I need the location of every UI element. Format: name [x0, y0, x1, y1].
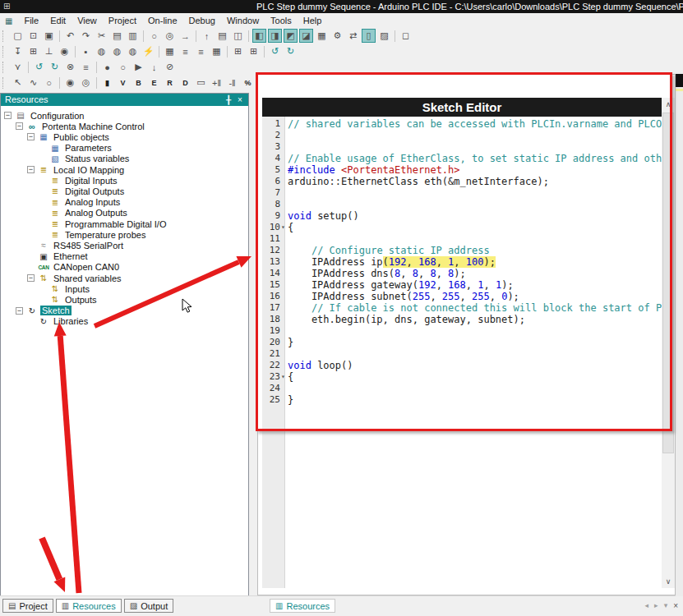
navigate-forward-button[interactable]: ↻	[284, 44, 298, 58]
toolbar-drag-handle[interactable]	[2, 77, 7, 89]
abort-button[interactable]: ⊗	[63, 60, 77, 74]
record-button[interactable]: ●	[100, 60, 114, 74]
scrollbar-thumb[interactable]	[662, 113, 674, 453]
tree-item-portenta-machine-control[interactable]: −∞Portenta Machine Control	[16, 121, 146, 131]
fold-marker-icon[interactable]: ▾	[281, 371, 285, 383]
table-view-button[interactable]: ▦	[210, 44, 224, 58]
watch-window-button[interactable]: ≡	[178, 44, 192, 58]
tree-item-outputs[interactable]: ⇅Outputs	[39, 294, 99, 305]
options-button[interactable]: ⚙	[330, 29, 344, 43]
code-line[interactable]: 9void setup()	[262, 210, 662, 222]
view-library-window-button[interactable]: ◪	[299, 29, 313, 43]
board-view-button[interactable]: ▦	[163, 44, 177, 58]
code-line[interactable]: 14 IPAddress dns(8, 8, 8, 8);	[262, 268, 662, 279]
fold-marker-icon[interactable]: ▾	[281, 222, 285, 233]
code-line[interactable]: 8	[262, 199, 662, 210]
save-project-button[interactable]: ▣	[42, 29, 56, 43]
ladder-v-block-button[interactable]: V	[116, 76, 130, 90]
tab-menu-icon[interactable]: ▾	[664, 601, 668, 610]
ladder-b-block-button[interactable]: B	[132, 76, 145, 90]
undo-button[interactable]: ↶	[63, 29, 77, 43]
code-line[interactable]: 10▾{	[262, 222, 662, 233]
scroll-up-icon[interactable]: ∧	[662, 98, 675, 111]
zoom-tool-button[interactable]: ○	[42, 76, 56, 90]
tab-project[interactable]: ▤Project	[2, 599, 53, 613]
toggle-on-off-button[interactable]: %	[241, 76, 255, 90]
download-plc-code-button[interactable]: ↧	[11, 44, 25, 58]
code-editor[interactable]: 1// shared variables can be accessed wit…	[262, 117, 662, 588]
step-trace-button[interactable]: ∿	[26, 76, 40, 90]
play-button[interactable]: ▶	[132, 60, 145, 74]
tree-item-status-variables[interactable]: ▧Status variables	[39, 154, 131, 164]
async-watch-button[interactable]: ≡	[194, 44, 208, 58]
tree-item-shared-variables[interactable]: −⇅Shared variables	[27, 273, 123, 283]
tree-item-temperature-probes[interactable]: ≣Temperature probes	[39, 229, 147, 240]
code-line[interactable]: 20}	[262, 337, 662, 348]
code-line[interactable]: 7	[262, 187, 662, 199]
scroll-down-icon[interactable]: ∨	[662, 575, 675, 588]
tree-item-parameters[interactable]: ▦Parameters	[39, 143, 113, 154]
code-line[interactable]: 16 IPAddress subnet(255, 255, 255, 0);	[262, 291, 662, 302]
tree-collapse-icon[interactable]: −	[27, 133, 35, 140]
code-line[interactable]: 5#include <PortentaEthernet.h>	[262, 164, 662, 176]
tree-item-sketch[interactable]: −↻Sketch	[16, 306, 72, 316]
code-line[interactable]: 6arduino::EthernetClass eth(&m_netInterf…	[262, 176, 662, 187]
tree-collapse-icon[interactable]: −	[27, 166, 35, 173]
tab-resources[interactable]: ▥Resources	[56, 599, 122, 613]
zoom-out-button[interactable]: ◎	[79, 76, 93, 90]
menu-on-line[interactable]: On-line	[142, 14, 182, 27]
quick-download-button[interactable]: ⚡	[141, 44, 155, 58]
pointer-tool-button[interactable]: ↖	[11, 76, 25, 90]
idle-button[interactable]: ○	[116, 60, 130, 74]
menu-project[interactable]: Project	[103, 14, 142, 27]
tree-collapse-icon[interactable]: −	[4, 112, 12, 119]
code-line[interactable]: 19	[262, 325, 662, 337]
view-editor-window-button[interactable]: ▯	[362, 29, 376, 43]
tab-close-icon[interactable]: ×	[673, 601, 678, 610]
code-line[interactable]: 11	[262, 233, 662, 245]
menu-edit[interactable]: Edit	[44, 14, 72, 27]
copy-button[interactable]: ▤	[110, 29, 124, 43]
menu-view[interactable]: View	[72, 14, 103, 27]
window-layout-button[interactable]: ◻	[399, 29, 413, 43]
ladder-network-button[interactable]: ▮	[100, 76, 114, 90]
halt-button[interactable]: ▪	[79, 44, 93, 58]
code-line[interactable]: 1// shared variables can be accessed wit…	[262, 118, 662, 130]
tree-item-programmable-digital-i-o[interactable]: ≣Programmable Digital I/O	[39, 218, 168, 229]
grid-view-2-button[interactable]: ⊞	[247, 44, 261, 58]
tab-scroll-right-icon[interactable]: ▸	[654, 601, 658, 610]
menu-help[interactable]: Help	[298, 14, 328, 27]
paste-button[interactable]: ▥	[126, 29, 140, 43]
code-line[interactable]: 13 IPAddress ip(192, 168, 1, 100);	[262, 256, 662, 268]
tree-collapse-icon[interactable]: −	[16, 307, 23, 315]
sim-mode-2-button[interactable]: ◍	[110, 44, 124, 58]
menu-tools[interactable]: Tools	[265, 14, 298, 27]
compile-button[interactable]: ↑	[200, 29, 214, 43]
grid-view-1-button[interactable]: ⊞	[231, 44, 245, 58]
no-entry-button[interactable]: ⊘	[163, 60, 177, 74]
sim-mode-3-button[interactable]: ◍	[126, 44, 140, 58]
print-preview-button[interactable]: ◫	[231, 29, 245, 43]
cut-button[interactable]: ✂	[95, 29, 108, 43]
full-screen-button[interactable]: ▨	[377, 29, 391, 43]
tree-item-analog-inputs[interactable]: ≣Analog Inputs	[39, 197, 122, 208]
code-line[interactable]: 17 // If cable is not connected this wil…	[262, 302, 662, 314]
ladder-e-block-button[interactable]: E	[147, 76, 161, 90]
ladder-d-block-button[interactable]: D	[178, 76, 192, 90]
plug-connection-button[interactable]: ⊥	[42, 44, 56, 58]
resources-panel-title-bar[interactable]: Resources ╂ ×	[1, 94, 248, 106]
tree-item-canopen-can0[interactable]: CANCANopen CAN0	[27, 262, 121, 273]
ladder-r-block-button[interactable]: R	[163, 76, 177, 90]
tree-item-digital-outputs[interactable]: ≣Digital Outputs	[39, 186, 126, 196]
sim-mode-1-button[interactable]: ◍	[95, 44, 108, 58]
code-line[interactable]: 21	[262, 348, 662, 360]
redo-button[interactable]: ↷	[79, 29, 93, 43]
toolbar-drag-handle[interactable]	[2, 62, 7, 73]
code-line[interactable]: 24	[262, 383, 662, 394]
code-line[interactable]: 2	[262, 130, 662, 141]
remove-contact-button[interactable]: -‖	[225, 76, 239, 90]
go-to-button[interactable]: →	[178, 29, 192, 43]
tab-output[interactable]: ▨Output	[124, 599, 173, 613]
new-project-button[interactable]: ▢	[11, 29, 25, 43]
step-into-button[interactable]: ↓	[147, 60, 161, 74]
